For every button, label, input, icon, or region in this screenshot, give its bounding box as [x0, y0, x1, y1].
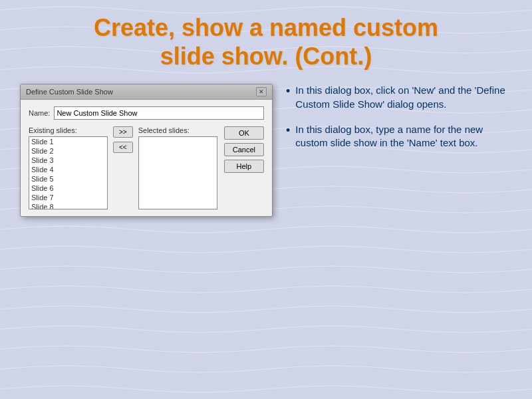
- dialog-body: Name: Existing slides: Slide 1Slide 2Sli…: [21, 100, 272, 216]
- selected-slides-listbox[interactable]: [138, 136, 217, 209]
- define-custom-slideshow-dialog: Define Custom Slide Show ✕ Name:: [20, 84, 273, 217]
- close-icon: ✕: [259, 88, 264, 95]
- selected-slides-label: Selected slides:: [138, 126, 217, 134]
- name-label: Name:: [29, 109, 50, 117]
- slide-title: Create, show a named custom slide show. …: [20, 13, 512, 70]
- existing-slides-listbox[interactable]: Slide 1Slide 2Slide 3Slide 4Slide 5Slide…: [29, 136, 108, 209]
- name-input[interactable]: [54, 106, 264, 120]
- list-item[interactable]: Slide 6: [29, 184, 107, 193]
- list-item[interactable]: Slide 4: [29, 165, 107, 174]
- list-item[interactable]: Slide 1: [29, 137, 107, 146]
- dialog-title: Define Custom Slide Show: [26, 88, 113, 96]
- help-button[interactable]: Help: [224, 160, 264, 173]
- bullet-item: • In this dialog box, click on 'New' and…: [286, 84, 512, 111]
- selected-slides-column: Selected slides:: [138, 126, 217, 209]
- list-item[interactable]: Slide 8: [29, 202, 107, 209]
- dialog-container: Define Custom Slide Show ✕ Name:: [20, 84, 273, 217]
- dialog-titlebar: Define Custom Slide Show ✕: [21, 84, 272, 100]
- bullet-text: In this dialog box, type a name for the …: [295, 123, 512, 150]
- existing-slides-column: Existing slides: Slide 1Slide 2Slide 3Sl…: [29, 126, 108, 209]
- dialog-close-button[interactable]: ✕: [256, 87, 267, 96]
- name-row: Name:: [29, 106, 264, 120]
- cancel-button[interactable]: Cancel: [224, 143, 264, 156]
- list-item[interactable]: Slide 5: [29, 174, 107, 184]
- slides-row: Existing slides: Slide 1Slide 2Slide 3Sl…: [29, 126, 264, 209]
- bullets-container: • In this dialog box, click on 'New' and…: [286, 84, 512, 217]
- add-slide-button[interactable]: >>: [113, 126, 133, 138]
- list-item[interactable]: Slide 7: [29, 193, 107, 202]
- dialog-buttons: OK Cancel Help: [224, 126, 264, 173]
- arrow-buttons: >> <<: [108, 126, 138, 153]
- ok-button[interactable]: OK: [224, 126, 264, 140]
- existing-slides-label: Existing slides:: [29, 126, 108, 134]
- bullet-dot: •: [286, 85, 290, 97]
- list-item[interactable]: Slide 3: [29, 156, 107, 165]
- bullet-item: • In this dialog box, type a name for th…: [286, 123, 512, 150]
- remove-slide-button[interactable]: <<: [113, 142, 133, 153]
- bullet-text: In this dialog box, click on 'New' and t…: [295, 84, 512, 111]
- bullet-dot: •: [286, 124, 290, 136]
- list-item[interactable]: Slide 2: [29, 146, 107, 156]
